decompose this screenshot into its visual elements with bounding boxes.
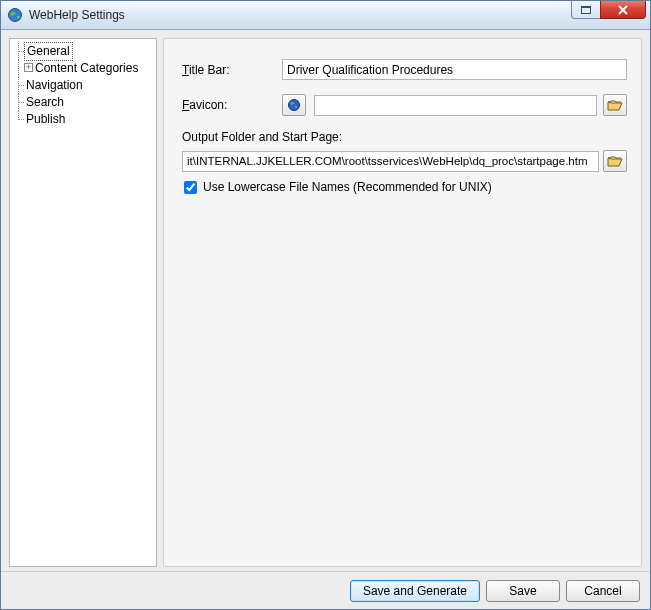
maximize-button[interactable] — [571, 1, 601, 19]
tree-label: Search — [24, 94, 64, 111]
tree-item-search[interactable]: Search — [12, 94, 154, 111]
input-output-folder[interactable] — [182, 151, 599, 172]
tree-item-navigation[interactable]: Navigation — [12, 77, 154, 94]
tree-connector — [12, 77, 24, 94]
browse-favicon-button[interactable] — [603, 94, 627, 116]
window-root: WebHelp Settings General — [0, 0, 651, 610]
tree-item-general[interactable]: General — [12, 43, 154, 60]
close-button[interactable] — [600, 1, 646, 19]
globe-icon — [287, 98, 301, 112]
tree-connector — [12, 111, 24, 128]
label-favicon: Favicon: — [182, 98, 282, 112]
svg-point-6 — [295, 106, 297, 108]
save-button[interactable]: Save — [486, 580, 560, 602]
body-area: General + Content Categories Navigation … — [1, 30, 650, 571]
tree-connector — [12, 60, 24, 77]
cancel-button[interactable]: Cancel — [566, 580, 640, 602]
window-title: WebHelp Settings — [29, 8, 125, 22]
tree-expander-icon[interactable]: + — [24, 63, 33, 72]
tree-item-content-categories[interactable]: + Content Categories — [12, 60, 154, 77]
label-title-bar: Title Bar: — [182, 63, 282, 77]
tree-label: Content Categories — [33, 60, 138, 77]
window-controls — [572, 1, 646, 19]
row-title-bar: Title Bar: — [182, 59, 627, 80]
row-favicon: Favicon: — [182, 94, 627, 116]
tree-panel: General + Content Categories Navigation … — [9, 38, 157, 567]
titlebar: WebHelp Settings — [1, 1, 650, 30]
row-lowercase: Use Lowercase File Names (Recommended fo… — [184, 180, 627, 194]
svg-point-5 — [289, 100, 300, 111]
svg-point-0 — [9, 9, 22, 22]
input-favicon[interactable] — [314, 95, 597, 116]
globe-app-icon — [7, 7, 23, 23]
tree-label: Navigation — [24, 77, 83, 94]
label-output-folder: Output Folder and Start Page: — [182, 130, 627, 144]
label-lowercase: Use Lowercase File Names (Recommended fo… — [203, 180, 492, 194]
tree-label: General — [24, 42, 73, 61]
folder-open-icon — [607, 98, 623, 112]
tree-connector — [12, 43, 24, 60]
save-and-generate-button[interactable]: Save and Generate — [350, 580, 480, 602]
tree-item-publish[interactable]: Publish — [12, 111, 154, 128]
input-title-bar[interactable] — [282, 59, 627, 80]
tree-label: Publish — [24, 111, 65, 128]
content-panel: Title Bar: Favicon: — [163, 38, 642, 567]
tree-connector — [12, 94, 24, 111]
checkbox-lowercase[interactable] — [184, 181, 197, 194]
footer: Save and Generate Save Cancel — [1, 571, 650, 609]
browse-output-button[interactable] — [603, 150, 627, 172]
row-output-folder — [182, 150, 627, 172]
default-favicon-button[interactable] — [282, 94, 306, 116]
folder-open-icon — [607, 154, 623, 168]
